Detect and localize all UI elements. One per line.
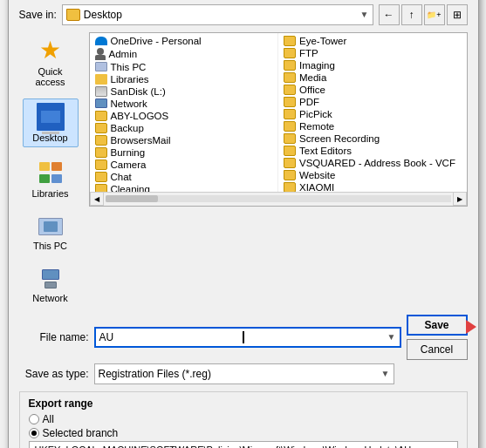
list-item[interactable]: Network bbox=[90, 98, 278, 110]
save-in-value: Desktop bbox=[84, 9, 357, 21]
folder-icon bbox=[95, 160, 107, 170]
file-name-row: File name: AU ▼ Save Cancel bbox=[19, 315, 468, 360]
folder-icon bbox=[284, 48, 296, 58]
list-item[interactable]: Screen Recording bbox=[278, 132, 467, 145]
file-list-left-column: OneDrive - Personal Admin bbox=[90, 33, 279, 192]
list-item[interactable]: FTP bbox=[278, 47, 467, 59]
scroll-thumb bbox=[106, 195, 158, 202]
file-name-value: AU bbox=[99, 331, 243, 343]
list-item[interactable]: OneDrive - Personal bbox=[90, 35, 278, 47]
libraries-small-icon bbox=[95, 74, 107, 85]
action-buttons: Save Cancel bbox=[407, 315, 468, 360]
list-item[interactable]: Office bbox=[278, 84, 467, 96]
list-item[interactable]: PDF bbox=[278, 96, 467, 108]
thispc-icon bbox=[37, 214, 65, 239]
onedrive-icon bbox=[95, 37, 107, 45]
folder-icon bbox=[284, 85, 296, 95]
folder-icon bbox=[95, 172, 107, 182]
save-button[interactable]: Save bbox=[407, 315, 468, 336]
nav-item-quick-access[interactable]: ★ Quick access bbox=[23, 32, 79, 92]
folder-icon bbox=[95, 184, 107, 192]
list-item[interactable]: Media bbox=[278, 71, 467, 84]
up-button[interactable]: ↑ bbox=[401, 4, 422, 25]
list-item[interactable]: Libraries bbox=[90, 73, 278, 85]
save-in-combo[interactable]: Desktop ▼ bbox=[62, 4, 373, 25]
disk-icon bbox=[95, 86, 107, 97]
bottom-fields: File name: AU ▼ Save Cancel Save as type… bbox=[19, 315, 468, 384]
cancel-button[interactable]: Cancel bbox=[407, 339, 468, 360]
save-in-row: Save in: Desktop ▼ ← ↑ 📁+ ⊞ bbox=[19, 4, 468, 25]
export-registry-dialog: 📋 Export Registry File www.wintips.org S… bbox=[8, 0, 479, 448]
file-name-input[interactable]: AU ▼ bbox=[94, 327, 401, 348]
list-item[interactable]: Text Editors bbox=[278, 145, 467, 157]
nav-label-quick-access: Quick access bbox=[27, 66, 74, 87]
list-item[interactable]: ABY-LOGOS bbox=[90, 110, 278, 122]
folder-icon bbox=[95, 135, 107, 146]
export-range-title: Export range bbox=[29, 397, 458, 410]
nav-label-thispc: This PC bbox=[33, 241, 67, 251]
list-item[interactable]: Cleaning bbox=[90, 183, 278, 192]
dialog-body: Save in: Desktop ▼ ← ↑ 📁+ ⊞ ★ Quick acce… bbox=[9, 0, 478, 448]
list-item[interactable]: Eye-Tower bbox=[278, 35, 467, 47]
new-folder-button[interactable]: 📁+ bbox=[424, 4, 445, 25]
file-list-right-column: Eye-Tower FTP Imaging Media bbox=[278, 33, 467, 192]
export-range-panel: Export range All Selected branch HKEY_LO… bbox=[19, 391, 468, 449]
list-item[interactable]: XIAOMI bbox=[278, 181, 467, 192]
list-item[interactable]: Remote bbox=[278, 120, 467, 132]
radio-all[interactable]: All bbox=[29, 413, 458, 425]
list-item[interactable]: Burning bbox=[90, 146, 278, 159]
quick-access-panel: ★ Quick access Desktop bbox=[19, 32, 82, 308]
scroll-right-arrow[interactable]: ▶ bbox=[453, 192, 467, 206]
view-button[interactable]: ⊞ bbox=[447, 4, 468, 25]
file-list-container: OneDrive - Personal Admin bbox=[89, 32, 468, 207]
list-item[interactable]: BrowsersMail bbox=[90, 134, 278, 146]
list-item[interactable]: SanDisk (L:) bbox=[90, 85, 278, 98]
folder-icon bbox=[284, 60, 296, 71]
folder-icon bbox=[284, 72, 296, 83]
save-type-value: Registration Files (*.reg) bbox=[99, 368, 381, 380]
radio-selected-circle[interactable] bbox=[29, 428, 39, 438]
star-icon: ★ bbox=[37, 37, 65, 64]
radio-all-circle[interactable] bbox=[29, 414, 39, 424]
folder-icon bbox=[95, 147, 107, 158]
save-type-combo[interactable]: Registration Files (*.reg) ▼ bbox=[94, 363, 394, 384]
toolbar-buttons: ← ↑ 📁+ ⊞ bbox=[379, 4, 468, 25]
save-in-label: Save in: bbox=[19, 9, 57, 21]
folder-icon bbox=[284, 133, 296, 144]
nav-item-network[interactable]: Network bbox=[23, 262, 79, 308]
nav-label-network: Network bbox=[32, 293, 67, 303]
nav-item-thispc[interactable]: This PC bbox=[23, 210, 79, 255]
list-item[interactable]: PicPick bbox=[278, 108, 467, 120]
file-name-dropdown-arrow[interactable]: ▼ bbox=[387, 332, 396, 342]
thispc-small-icon bbox=[95, 62, 107, 71]
list-item[interactable]: VSQUARED - Address Book - VCF bbox=[278, 157, 467, 169]
horizontal-scrollbar[interactable]: ◀ ▶ bbox=[90, 192, 467, 206]
folder-icon bbox=[284, 158, 296, 168]
folder-icon bbox=[284, 97, 296, 107]
back-button[interactable]: ← bbox=[379, 4, 400, 25]
scroll-left-arrow[interactable]: ◀ bbox=[90, 192, 104, 206]
nav-item-libraries[interactable]: Libraries bbox=[23, 154, 79, 203]
save-in-dropdown-arrow[interactable]: ▼ bbox=[360, 10, 369, 19]
libraries-icon bbox=[37, 159, 65, 187]
list-item[interactable]: Backup bbox=[90, 122, 278, 134]
radio-selected-label: Selected branch bbox=[43, 427, 119, 439]
folder-icon bbox=[284, 121, 296, 132]
list-item[interactable]: Imaging bbox=[278, 59, 467, 71]
radio-selected[interactable]: Selected branch bbox=[29, 427, 458, 439]
network-icon bbox=[37, 267, 65, 291]
network-small-icon bbox=[95, 98, 107, 108]
list-item[interactable]: Camera bbox=[90, 159, 278, 171]
list-item[interactable]: This PC bbox=[90, 61, 278, 73]
save-type-row: Save as type: Registration Files (*.reg)… bbox=[19, 363, 468, 384]
list-item[interactable]: Admin bbox=[90, 47, 278, 61]
folder-icon bbox=[95, 123, 107, 133]
save-type-dropdown-arrow[interactable]: ▼ bbox=[381, 369, 390, 378]
scroll-track bbox=[106, 195, 451, 202]
save-in-folder-icon bbox=[66, 9, 80, 21]
folder-icon bbox=[284, 36, 296, 46]
save-type-label: Save as type: bbox=[19, 368, 89, 380]
list-item[interactable]: Website bbox=[278, 169, 467, 181]
list-item[interactable]: Chat bbox=[90, 171, 278, 183]
nav-item-desktop[interactable]: Desktop bbox=[23, 98, 79, 147]
